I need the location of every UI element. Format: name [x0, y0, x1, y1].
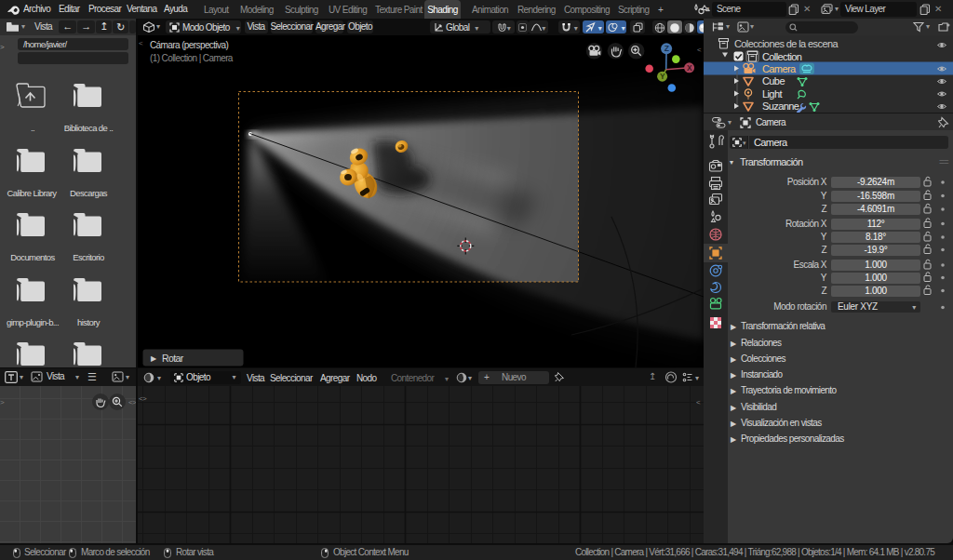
svg-text:Suzanne: Suzanne	[762, 100, 799, 112]
svg-text:Z: Z	[664, 44, 669, 53]
svg-text:Colecciones de la escena: Colecciones de la escena	[734, 38, 839, 49]
svg-text:<>: <>	[128, 398, 136, 407]
svg-text:Rotar: Rotar	[162, 353, 184, 364]
svg-text:Cámara (perspectiva): Cámara (perspectiva)	[150, 40, 228, 50]
svg-text:Cube: Cube	[762, 75, 785, 87]
svg-text:(1) Collection | Camera: (1) Collection | Camera	[150, 53, 234, 63]
svg-text:Light: Light	[762, 88, 782, 100]
svg-text:Camera: Camera	[762, 63, 797, 74]
svg-text:<>: <>	[139, 394, 147, 403]
svg-text:Collection: Collection	[762, 51, 802, 62]
svg-text:>: >	[0, 398, 5, 407]
